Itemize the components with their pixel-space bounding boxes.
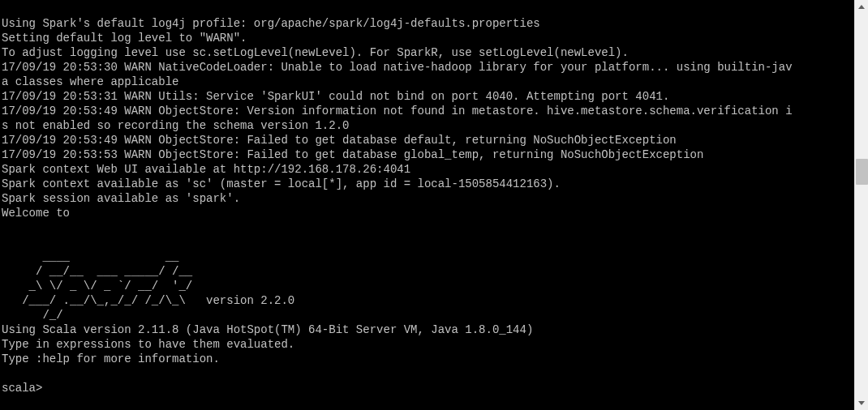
terminal-window: Using Spark's default log4j profile: org… xyxy=(0,0,868,410)
terminal-output[interactable]: Using Spark's default log4j profile: org… xyxy=(0,0,854,410)
svg-marker-0 xyxy=(858,5,865,9)
vertical-scrollbar[interactable] xyxy=(854,0,868,410)
log-line: 17/09/19 20:53:49 WARN ObjectStore: Fail… xyxy=(2,134,677,147)
log-line: Type :help for more information. xyxy=(2,352,220,365)
log-line: Spark context Web UI available at http:/… xyxy=(2,163,410,176)
log-line: To adjust logging level use sc.setLogLev… xyxy=(2,46,629,59)
log-line: 17/09/19 20:53:49 WARN ObjectStore: Vers… xyxy=(2,105,793,132)
log-line: Spark session available as 'spark'. xyxy=(2,192,240,205)
log-line: Spark context available as 'sc' (master … xyxy=(2,177,561,190)
log-line: Welcome to xyxy=(2,207,70,220)
log-line: Type in expressions to have them evaluat… xyxy=(2,338,294,351)
scroll-up-arrow-icon[interactable] xyxy=(855,0,869,14)
scrollbar-thumb[interactable] xyxy=(856,159,868,185)
ascii-art-line: /___/ .__/\_,_/_/ /_/\_\ version 2.2.0 xyxy=(2,294,294,307)
scroll-down-arrow-icon[interactable] xyxy=(855,396,869,410)
log-line: Using Scala version 2.11.8 (Java HotSpot… xyxy=(2,323,533,336)
ascii-art-line: / __/__ ___ _____/ /__ xyxy=(2,265,192,278)
log-line: Setting default log level to "WARN". xyxy=(2,32,247,45)
ascii-art-line: ____ __ xyxy=(2,250,178,263)
svg-marker-1 xyxy=(858,401,865,405)
log-line: 17/09/19 20:53:30 WARN NativeCodeLoader:… xyxy=(2,61,793,88)
log-line: Using Spark's default log4j profile: org… xyxy=(2,17,540,30)
prompt-line[interactable]: scala> xyxy=(2,382,42,395)
ascii-art-line: /_/ xyxy=(2,309,63,322)
log-line: 17/09/19 20:53:31 WARN Utils: Service 'S… xyxy=(2,90,669,103)
ascii-art-line: _\ \/ _ \/ _ `/ __/ '_/ xyxy=(2,280,192,293)
log-line: 17/09/19 20:53:53 WARN ObjectStore: Fail… xyxy=(2,148,703,161)
scrollbar-track[interactable] xyxy=(855,14,869,396)
